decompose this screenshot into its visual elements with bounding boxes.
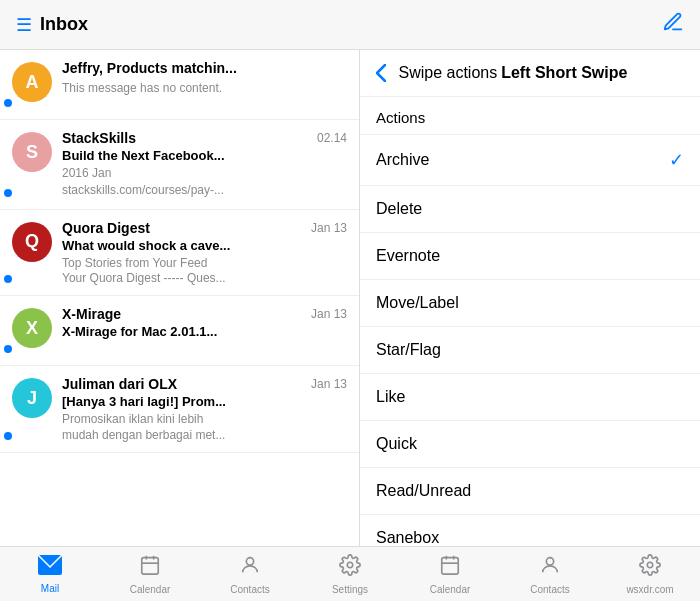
swipe-title-prefix: Swipe actions — [398, 64, 497, 82]
email-header-row: Jeffry, Products matchin... — [62, 60, 347, 76]
back-button[interactable] — [376, 64, 390, 82]
nav-calendar[interactable]: Calendar — [100, 547, 200, 601]
swipe-action-item[interactable]: Read/Unread — [360, 468, 700, 515]
avatar: S — [12, 132, 52, 172]
svg-point-5 — [246, 557, 253, 564]
nav-calendar2-label: Calendar — [430, 584, 471, 595]
nav-contacts2[interactable]: Contacts — [500, 547, 600, 601]
email-sender: X-Mirage — [62, 306, 121, 322]
email-subject: [Hanya 3 hari lagi!] Prom... — [62, 394, 347, 409]
email-subject: What would shock a cave... — [62, 238, 347, 253]
nav-wsxdr[interactable]: wsxdr.com — [600, 547, 700, 601]
header-icons — [662, 11, 684, 38]
email-sender: StackSkills — [62, 130, 136, 146]
nav-contacts-label: Contacts — [230, 584, 269, 595]
email-list: A Jeffry, Products matchin... This messa… — [0, 50, 360, 546]
email-preview-line2: mudah dengan berbagai met... — [62, 428, 347, 442]
email-header-row: Juliman dari OLX Jan 13 — [62, 376, 347, 392]
swipe-action-item[interactable]: Archive ✓ — [360, 135, 700, 186]
unread-dot — [4, 432, 12, 440]
swipe-action-item[interactable]: Star/Flag — [360, 327, 700, 374]
swipe-action-item[interactable]: Quick — [360, 421, 700, 468]
email-preview: This message has no content. — [62, 80, 347, 97]
swipe-action-label: Quick — [376, 435, 417, 453]
avatar: X — [12, 308, 52, 348]
nav-contacts2-label: Contacts — [530, 584, 569, 595]
email-list-item[interactable]: J Juliman dari OLX Jan 13 [Hanya 3 hari … — [0, 366, 359, 453]
email-list-item[interactable]: Q Quora Digest Jan 13 What would shock a… — [0, 210, 359, 297]
compose-icon[interactable] — [662, 11, 684, 38]
svg-rect-1 — [142, 557, 159, 574]
email-list-item[interactable]: S StackSkills 02.14 Build the Next Faceb… — [0, 120, 359, 210]
avatar: A — [12, 62, 52, 102]
swipe-action-label: Sanebox — [376, 529, 439, 546]
swipe-actions-list: Archive ✓ Delete Evernote Move/Label Sta… — [360, 135, 700, 546]
email-preview: Promosikan iklan kini lebih — [62, 411, 347, 428]
nav-contacts[interactable]: Contacts — [200, 547, 300, 601]
nav-settings-label: Settings — [332, 584, 368, 595]
email-preview-line2: stackskills.com/courses/pay-... — [62, 182, 347, 199]
unread-dot — [4, 99, 12, 107]
swipe-header: Swipe actions Left Short Swipe — [360, 50, 700, 97]
nav-wsxdr-label: wsxdr.com — [626, 584, 673, 595]
swipe-action-item[interactable]: Like — [360, 374, 700, 421]
svg-point-12 — [647, 562, 653, 568]
nav-calendar-label: Calendar — [130, 584, 171, 595]
calendar2-icon — [439, 554, 461, 582]
swipe-action-label: Read/Unread — [376, 482, 471, 500]
main-content: A Jeffry, Products matchin... This messa… — [0, 50, 700, 546]
email-preview: Top Stories from Your Feed — [62, 255, 347, 272]
swipe-action-item[interactable]: Move/Label — [360, 280, 700, 327]
bottom-nav: Mail Calendar Contacts Settings — [0, 546, 700, 601]
swipe-action-item[interactable]: Evernote — [360, 233, 700, 280]
contacts-icon — [239, 554, 261, 582]
swipe-section-header: Actions — [360, 97, 700, 135]
email-preview-line2: Your Quora Digest ----- Ques... — [62, 271, 347, 285]
unread-dot — [4, 275, 12, 283]
nav-settings[interactable]: Settings — [300, 547, 400, 601]
email-sender: Quora Digest — [62, 220, 150, 236]
email-date: 02.14 — [317, 131, 347, 145]
header-left: ☰ Inbox — [16, 14, 88, 36]
swipe-action-item[interactable]: Delete — [360, 186, 700, 233]
swipe-title-bold: Left Short Swipe — [501, 64, 627, 82]
swipe-action-label: Delete — [376, 200, 422, 218]
email-sender: Juliman dari OLX — [62, 376, 177, 392]
swipe-action-item[interactable]: Sanebox — [360, 515, 700, 546]
wsxdr-icon — [639, 554, 661, 582]
settings-icon — [339, 554, 361, 582]
nav-mail[interactable]: Mail — [0, 547, 100, 601]
page-title: Inbox — [40, 14, 88, 35]
app-header: ☰ Inbox — [0, 0, 700, 50]
email-date: Jan 13 — [311, 377, 347, 391]
email-body: StackSkills 02.14 Build the Next Faceboo… — [62, 130, 347, 199]
email-date: Jan 13 — [311, 221, 347, 235]
svg-point-6 — [347, 562, 353, 568]
avatar: J — [12, 378, 52, 418]
email-list-item[interactable]: X X-Mirage Jan 13 X-Mirage for Mac 2.01.… — [0, 296, 359, 366]
svg-point-11 — [546, 557, 553, 564]
email-preview: 2016 Jan stackskills.com/courses/pay-... — [62, 165, 347, 199]
swipe-action-label: Evernote — [376, 247, 440, 265]
nav-mail-label: Mail — [41, 583, 59, 594]
email-body: X-Mirage Jan 13 X-Mirage for Mac 2.01.1.… — [62, 306, 347, 341]
email-body: Quora Digest Jan 13 What would shock a c… — [62, 220, 347, 286]
unread-dot — [4, 345, 12, 353]
swipe-panel: Swipe actions Left Short Swipe Actions A… — [360, 50, 700, 546]
svg-rect-7 — [442, 557, 459, 574]
email-date: Jan 13 — [311, 307, 347, 321]
email-body: Jeffry, Products matchin... This message… — [62, 60, 347, 97]
hamburger-menu-icon[interactable]: ☰ — [16, 14, 32, 36]
email-subject: X-Mirage for Mac 2.01.1... — [62, 324, 347, 339]
checkmark-icon: ✓ — [669, 149, 684, 171]
email-list-item[interactable]: A Jeffry, Products matchin... This messa… — [0, 50, 359, 120]
calendar-icon — [139, 554, 161, 582]
email-sender: Jeffry, Products matchin... — [62, 60, 237, 76]
avatar: Q — [12, 222, 52, 262]
swipe-action-label: Move/Label — [376, 294, 459, 312]
nav-calendar2[interactable]: Calendar — [400, 547, 500, 601]
email-subject: Build the Next Facebook... — [62, 148, 347, 163]
swipe-action-label: Archive — [376, 151, 429, 169]
email-header-row: X-Mirage Jan 13 — [62, 306, 347, 322]
email-header-row: StackSkills 02.14 — [62, 130, 347, 146]
